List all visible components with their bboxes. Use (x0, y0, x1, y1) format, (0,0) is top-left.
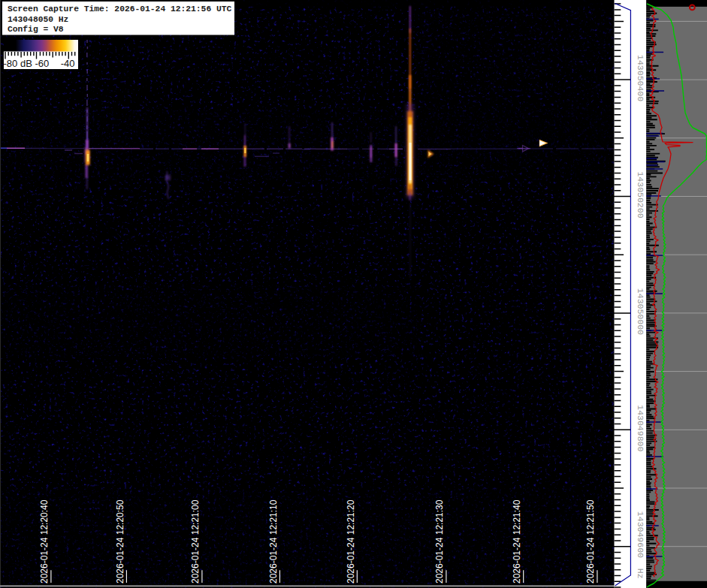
svg-text:143050200: 143050200 (636, 171, 645, 218)
svg-text:2026-01-24 12:21:00: 2026-01-24 12:21:00 (190, 499, 201, 583)
svg-text:-40: -40 (61, 58, 75, 69)
svg-text:143049600 Hz: 143049600 Hz (636, 511, 645, 579)
svg-text:Screen Capture Time: 2026-01-2: Screen Capture Time: 2026-01-24 12:21:56… (8, 5, 232, 14)
svg-text:2026-01-24 12:21:30: 2026-01-24 12:21:30 (434, 499, 445, 583)
svg-text:143050400: 143050400 (636, 55, 645, 101)
svg-text:143050000: 143050000 (636, 288, 645, 335)
svg-text:-80 dB -60: -80 dB -60 (4, 58, 50, 69)
svg-text:Config = V8: Config = V8 (8, 25, 64, 34)
svg-text:143048050 Hz: 143048050 Hz (8, 15, 68, 24)
svg-text:2026-01-24 12:21:10: 2026-01-24 12:21:10 (268, 499, 279, 583)
svg-text:2026-01-24 12:21:40: 2026-01-24 12:21:40 (512, 499, 522, 583)
svg-text:2026-01-24 12:21:20: 2026-01-24 12:21:20 (346, 499, 356, 583)
svg-text:2026-01-24 12:20:50: 2026-01-24 12:20:50 (115, 499, 125, 583)
svg-text:2026-01-24 12:20:40: 2026-01-24 12:20:40 (39, 499, 50, 583)
svg-text:2026-01-24 12:21:50: 2026-01-24 12:21:50 (585, 499, 596, 583)
svg-text:143049800: 143049800 (636, 405, 645, 451)
